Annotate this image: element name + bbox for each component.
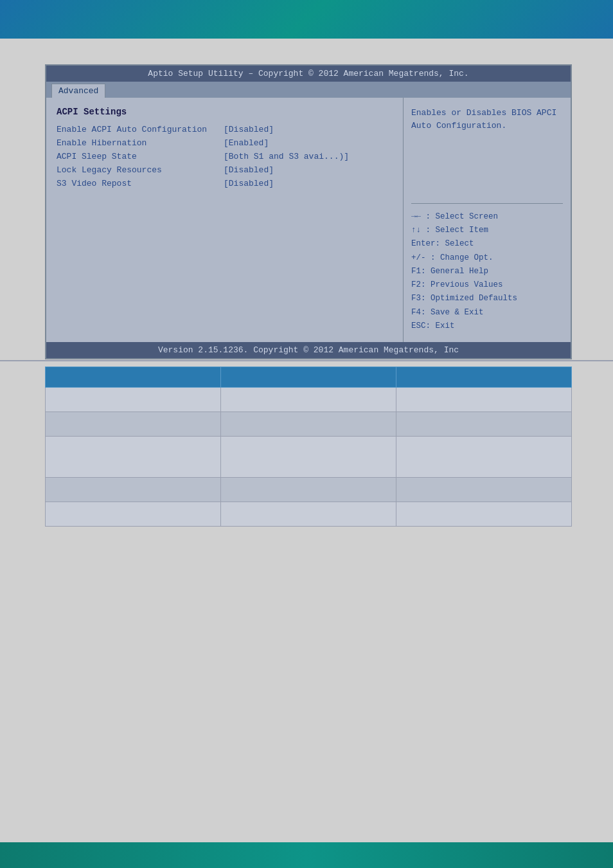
key-hint-change: +/- : Change Opt. — [411, 251, 563, 265]
data-table — [45, 366, 572, 527]
bios-header: Aptio Setup Utility – Copyright © 2012 A… — [46, 66, 571, 82]
key-hint-f1: F1: General Help — [411, 265, 563, 278]
setting-value-lock-legacy: [Disabled] — [224, 165, 274, 175]
bios-left-panel: ACPI Settings Enable ACPI Auto Configura… — [46, 98, 404, 342]
setting-label-lock-legacy: Lock Legacy Resources — [57, 165, 224, 175]
mid-separator — [0, 360, 613, 361]
bios-tab-row: Advanced — [46, 82, 571, 98]
setting-label-sleep-state: ACPI Sleep State — [57, 152, 224, 161]
bottom-bar — [0, 842, 613, 868]
table-row — [46, 437, 572, 478]
setting-row-sleep-state[interactable]: ACPI Sleep State [Both S1 and S3 avai...… — [57, 152, 393, 161]
setting-row-lock-legacy[interactable]: Lock Legacy Resources [Disabled] — [57, 165, 393, 175]
bios-header-text: Aptio Setup Utility – Copyright © 2012 A… — [148, 69, 468, 78]
table-cell — [396, 437, 572, 478]
setting-label-s3-video: S3 Video Repost — [57, 179, 224, 188]
table-cell — [46, 502, 221, 527]
table-cell — [46, 478, 221, 502]
bios-footer-text: Version 2.15.1236. Copyright © 2012 Amer… — [158, 345, 459, 355]
setting-value-s3-video: [Disabled] — [224, 179, 274, 188]
table-cell — [221, 388, 396, 412]
table-row — [46, 478, 572, 502]
bios-content: ACPI Settings Enable ACPI Auto Configura… — [46, 98, 571, 342]
table-cell — [46, 437, 221, 478]
table-section — [45, 366, 572, 527]
table-cell — [46, 412, 221, 437]
bios-key-hints: →← : Select Screen ↑↓ : Select Item Ente… — [411, 210, 563, 333]
table-cell — [396, 502, 572, 527]
setting-value-acpi-auto: [Disabled] — [224, 125, 274, 134]
table-cell — [221, 478, 396, 502]
bios-divider — [411, 203, 563, 204]
table-header-col2 — [221, 367, 396, 388]
table-row — [46, 412, 572, 437]
setting-row-hibernation[interactable]: Enable Hibernation [Enabled] — [57, 138, 393, 148]
key-hint-select-screen: →← : Select Screen — [411, 210, 563, 224]
acpi-settings-title: ACPI Settings — [57, 107, 393, 117]
setting-row-s3-video[interactable]: S3 Video Repost [Disabled] — [57, 179, 393, 188]
table-row — [46, 502, 572, 527]
table-header-col3 — [396, 367, 572, 388]
setting-value-sleep-state: [Both S1 and S3 avai...)] — [224, 152, 349, 161]
key-hint-esc: ESC: Exit — [411, 320, 563, 333]
table-cell — [396, 412, 572, 437]
key-hint-f2: F2: Previous Values — [411, 278, 563, 292]
top-bar — [0, 0, 613, 39]
table-cell — [221, 502, 396, 527]
table-cell — [46, 388, 221, 412]
setting-label-hibernation: Enable Hibernation — [57, 138, 224, 148]
key-hint-f3: F3: Optimized Defaults — [411, 292, 563, 305]
bios-setup-box: Aptio Setup Utility – Copyright © 2012 A… — [45, 64, 572, 359]
setting-label-acpi-auto: Enable ACPI Auto Configuration — [57, 125, 224, 134]
table-row — [46, 388, 572, 412]
table-cell — [221, 412, 396, 437]
table-cell — [221, 437, 396, 478]
table-header-row — [46, 367, 572, 388]
bios-right-panel: Enables or Disables BIOS APCI Auto Confi… — [404, 98, 571, 342]
setting-value-hibernation: [Enabled] — [224, 138, 269, 148]
key-hint-enter: Enter: Select — [411, 237, 563, 251]
bios-footer: Version 2.15.1236. Copyright © 2012 Amer… — [46, 342, 571, 358]
table-cell — [396, 478, 572, 502]
bios-help-text: Enables or Disables BIOS APCI Auto Confi… — [411, 107, 563, 132]
key-hint-select-item: ↑↓ : Select Item — [411, 224, 563, 237]
table-cell — [396, 388, 572, 412]
key-hint-f4: F4: Save & Exit — [411, 306, 563, 320]
table-header-col1 — [46, 367, 221, 388]
setting-row-acpi-auto[interactable]: Enable ACPI Auto Configuration [Disabled… — [57, 125, 393, 134]
advanced-tab[interactable]: Advanced — [51, 84, 105, 98]
